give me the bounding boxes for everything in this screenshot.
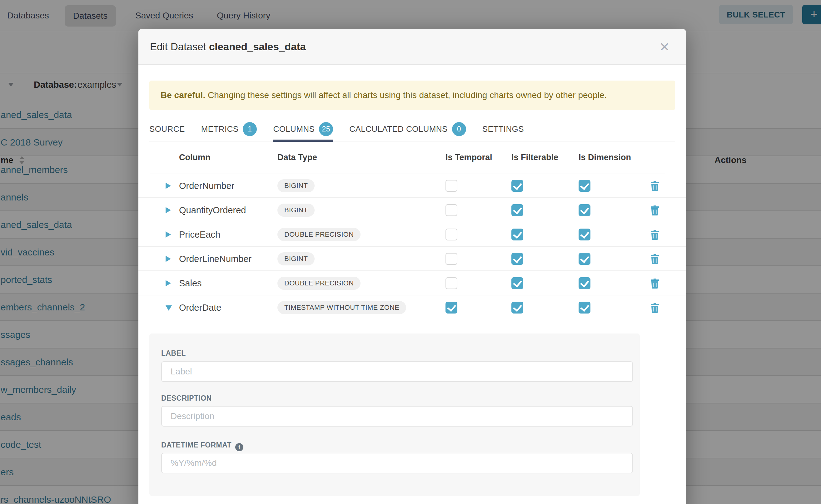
is-temporal-checkbox[interactable] — [446, 253, 458, 265]
column-name: Sales — [179, 271, 202, 295]
header-column: Column — [179, 141, 210, 174]
is-temporal-checkbox[interactable] — [446, 204, 458, 216]
tab-settings-label: SETTINGS — [482, 124, 524, 134]
collapse-caret-icon[interactable] — [166, 305, 172, 311]
expand-caret-icon[interactable] — [166, 231, 171, 238]
delete-column-icon[interactable] — [650, 181, 660, 191]
metrics-count-badge: 1 — [243, 122, 257, 136]
data-type-pill: DOUBLE PRECISION — [277, 277, 360, 290]
description-input[interactable] — [161, 406, 633, 427]
is-dimension-checkbox[interactable] — [579, 277, 591, 289]
tab-columns[interactable]: COLUMNS 25 — [273, 117, 333, 141]
columns-count-badge: 25 — [319, 122, 333, 136]
warning-banner-text: Changing these settings will affect all … — [205, 90, 607, 100]
column-name: QuantityOrdered — [179, 198, 246, 222]
is-filterable-checkbox[interactable] — [512, 180, 523, 192]
delete-column-icon[interactable] — [650, 205, 660, 216]
is-filterable-checkbox[interactable] — [512, 253, 523, 265]
data-type-pill: BIGINT — [277, 179, 314, 192]
expand-caret-icon[interactable] — [166, 280, 171, 286]
modal-header: Edit Dataset cleaned_sales_data ✕ — [138, 29, 686, 65]
tab-metrics[interactable]: METRICS 1 — [201, 117, 257, 141]
is-temporal-checkbox[interactable] — [446, 302, 458, 314]
tab-settings[interactable]: SETTINGS — [482, 117, 524, 141]
expand-caret-icon[interactable] — [166, 256, 171, 262]
data-type-pill: BIGINT — [277, 204, 314, 217]
calculated-columns-count-badge: 0 — [452, 122, 466, 136]
modal-title: Edit Dataset cleaned_sales_data — [150, 29, 306, 65]
column-row: PriceEach DOUBLE PRECISION — [138, 222, 686, 247]
data-type-pill: TIMESTAMP WITHOUT TIME ZONE — [277, 301, 406, 314]
is-temporal-checkbox[interactable] — [446, 229, 458, 240]
delete-column-icon[interactable] — [650, 278, 660, 289]
tab-calculated-columns[interactable]: CALCULATED COLUMNS 0 — [349, 117, 466, 141]
description-field-label: DESCRIPTION — [161, 394, 212, 403]
modal-tabs: SOURCE METRICS 1 COLUMNS 25 CALCULATED C… — [149, 117, 675, 141]
column-name: OrderLineNumber — [179, 247, 251, 271]
delete-column-icon[interactable] — [650, 303, 660, 313]
is-dimension-checkbox[interactable] — [579, 180, 591, 192]
close-icon[interactable]: ✕ — [656, 38, 673, 55]
header-is-dimension: Is Dimension — [579, 141, 631, 174]
is-temporal-checkbox[interactable] — [446, 180, 458, 192]
column-name: OrderDate — [179, 295, 221, 320]
header-is-filterable: Is Filterable — [512, 141, 558, 174]
column-row: OrderLineNumber BIGINT — [138, 247, 686, 271]
column-row: QuantityOrdered BIGINT — [138, 198, 686, 222]
tab-source-label: SOURCE — [149, 124, 185, 134]
tab-metrics-label: METRICS — [201, 124, 239, 134]
datetime-format-input[interactable] — [161, 453, 633, 473]
warning-banner: Be careful. Changing these settings will… — [149, 81, 675, 110]
is-temporal-checkbox[interactable] — [446, 277, 458, 289]
is-filterable-checkbox[interactable] — [512, 204, 523, 216]
modal-dataset-name: cleaned_sales_data — [209, 41, 306, 52]
is-dimension-checkbox[interactable] — [579, 253, 591, 265]
header-data-type: Data Type — [277, 141, 317, 174]
data-type-pill: BIGINT — [277, 252, 314, 265]
columns-table-header: Column Data Type Is Temporal Is Filterab… — [138, 141, 686, 174]
label-field-label: LABEL — [161, 349, 186, 358]
modal-title-prefix: Edit Dataset — [150, 41, 209, 52]
expand-caret-icon[interactable] — [166, 207, 171, 213]
expand-caret-icon[interactable] — [166, 183, 171, 189]
datetime-format-field-label: DATETIME FORMATi — [161, 441, 243, 451]
data-type-pill: DOUBLE PRECISION — [277, 228, 360, 241]
column-name: PriceEach — [179, 222, 220, 247]
tab-source[interactable]: SOURCE — [149, 117, 185, 141]
is-filterable-checkbox[interactable] — [512, 229, 523, 240]
column-name: OrderNumber — [179, 174, 234, 198]
is-dimension-checkbox[interactable] — [579, 229, 591, 240]
is-dimension-checkbox[interactable] — [579, 302, 591, 314]
column-row-expanded: OrderDate TIMESTAMP WITHOUT TIME ZONE — [138, 295, 686, 320]
is-filterable-checkbox[interactable] — [512, 302, 523, 314]
column-row: OrderNumber BIGINT — [138, 174, 686, 198]
warning-banner-bold: Be careful. — [161, 90, 205, 100]
is-filterable-checkbox[interactable] — [512, 277, 523, 289]
delete-column-icon[interactable] — [650, 230, 660, 240]
column-detail-panel: LABEL DESCRIPTION DATETIME FORMATi — [149, 334, 640, 496]
edit-dataset-modal: Edit Dataset cleaned_sales_data ✕ Be car… — [138, 29, 686, 504]
tab-columns-label: COLUMNS — [273, 124, 314, 134]
tab-calculated-columns-label: CALCULATED COLUMNS — [349, 124, 448, 134]
header-is-temporal: Is Temporal — [446, 141, 492, 174]
is-dimension-checkbox[interactable] — [579, 204, 591, 216]
info-icon[interactable]: i — [235, 443, 243, 451]
column-row: Sales DOUBLE PRECISION — [138, 271, 686, 295]
label-input[interactable] — [161, 361, 633, 382]
delete-column-icon[interactable] — [650, 254, 660, 264]
